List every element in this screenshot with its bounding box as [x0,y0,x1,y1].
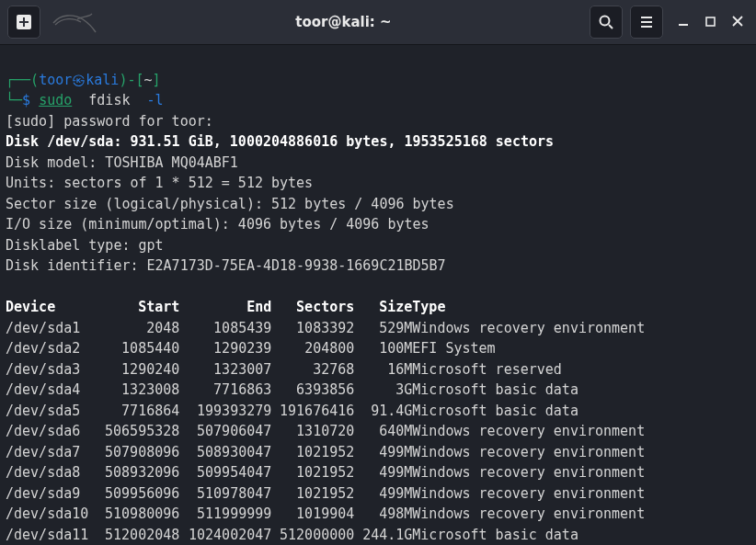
partition-row: /dev/sda5771686419939327919167641691.4GM… [6,401,645,422]
disk-info-line: Disklabel type: gpt [6,237,164,254]
window-title: toor@kali: ~ [105,16,582,29]
close-icon [732,16,743,27]
search-button[interactable] [590,6,623,39]
sudo-password-prompt: [sudo] password for toor: [6,113,213,130]
partition-row: /dev/sda95099560965109780471021952499MWi… [6,483,645,505]
disk-info-line: I/O size (minimum/optimal): 4096 bytes /… [6,216,430,233]
terminal-area[interactable]: ┌──(toor㉿kali)-[~] └─$ sudo fdisk -l [su… [0,45,756,545]
disk-info-line: Units: sectors of 1 * 512 = 512 bytes [6,175,313,191]
menu-button[interactable] [630,6,663,39]
partition-table-header: Device Start End Sectors Size Type [6,297,645,318]
partition-row: /dev/sda75079080965089300471021952499MWi… [6,442,645,463]
svg-rect-2 [706,17,715,26]
partition-row: /dev/sda3129024013230073276816MMicrosoft… [6,359,645,380]
close-button[interactable] [732,16,743,28]
sudo-command: sudo [39,92,72,108]
partition-row: /dev/sda1204810854391083392529MWindows r… [6,318,645,339]
maximize-icon [705,17,716,27]
new-tab-icon [16,14,32,30]
partition-row: /dev/sda105109800965119999991019904498MW… [6,504,645,525]
svg-point-1 [601,17,610,26]
partition-row: /dev/sda65065953285079060471310720640MWi… [6,421,645,442]
search-icon [599,15,613,29]
maximize-button[interactable] [705,16,716,28]
disk-header-line: Disk /dev/sda: 931.51 GiB, 1000204886016… [6,133,554,150]
disk-info-line: Disk identifier: E2A7173D-75EA-4D18-9938… [6,257,446,274]
blank-line [6,278,14,295]
disk-info-line: Disk model: TOSHIBA MQ04ABF1 [6,154,238,171]
partition-row: /dev/sda210854401290239204800100MEFI Sys… [6,338,645,359]
partition-row: /dev/sda41323008771686363938563GMicrosof… [6,380,645,401]
partition-row: /dev/sda11512002048102400204751200000024… [6,525,645,546]
partition-row: /dev/sda85089320965099540471021952499MWi… [6,462,645,483]
hamburger-icon [639,15,654,29]
minimize-button[interactable] [678,16,689,28]
disk-info-line: Sector size (logical/physical): 512 byte… [6,196,454,212]
new-tab-button[interactable] [7,6,40,39]
titlebar: toor@kali: ~ [0,0,756,45]
minimize-icon [678,16,689,27]
prompt-line-1: ┌──(toor㉿kali)-[~] [6,72,161,88]
partition-table: Device Start End Sectors Size Type /dev/… [6,297,645,545]
kali-logo-icon [52,10,97,34]
prompt-line-2: └─$ sudo fdisk -l [6,92,164,108]
